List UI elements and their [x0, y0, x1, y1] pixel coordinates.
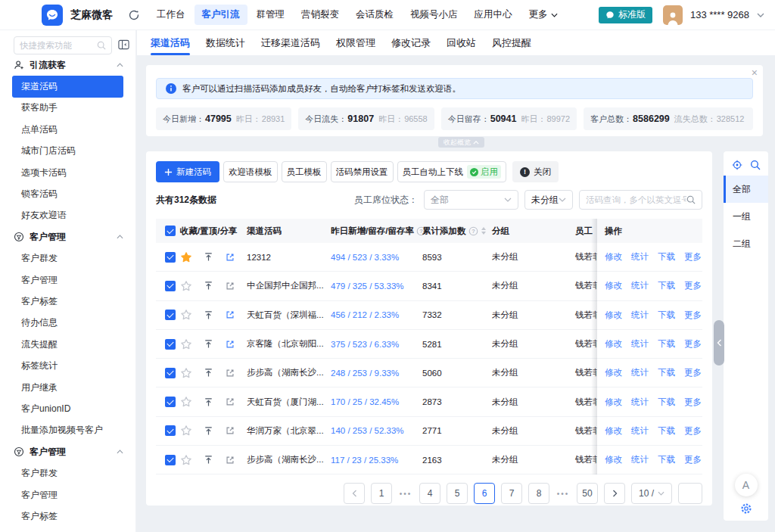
row-action-link[interactable]: 统计: [631, 338, 649, 350]
share-icon[interactable]: [225, 252, 235, 263]
share-icon[interactable]: [225, 310, 235, 320]
pin-top-icon[interactable]: [203, 454, 214, 465]
row-action-link[interactable]: 修改: [605, 310, 622, 321]
row-checkbox[interactable]: [165, 339, 176, 350]
topbar-nav-item[interactable]: 工作台: [149, 5, 193, 25]
row-action-link[interactable]: 下载: [658, 310, 675, 321]
stats-link[interactable]: 248 / 253 / 9.33%: [331, 369, 399, 378]
welcome-template-button[interactable]: 欢迎语模板: [223, 161, 278, 182]
row-action-link[interactable]: 更多: [684, 338, 702, 350]
account-chevron-down-icon[interactable]: [757, 13, 764, 17]
collapse-overview-pill[interactable]: 收起概览: [438, 137, 484, 148]
close-toggle-button[interactable]: ! 关闭: [512, 161, 559, 182]
star-icon[interactable]: [180, 425, 192, 437]
page-ellipsis[interactable]: •••: [556, 483, 571, 504]
row-action-link[interactable]: 统计: [631, 310, 649, 321]
share-icon[interactable]: [225, 455, 235, 465]
avatar[interactable]: [663, 5, 683, 25]
next-page-button[interactable]: [604, 483, 625, 504]
row-checkbox[interactable]: [165, 368, 176, 378]
topbar-nav-item[interactable]: 营销裂变: [294, 5, 347, 25]
page-button[interactable]: 50: [577, 483, 598, 504]
page-button[interactable]: 6: [474, 483, 495, 504]
star-icon[interactable]: [180, 396, 192, 408]
sidebar-item[interactable]: 城市门店活码: [12, 141, 123, 162]
tab[interactable]: 权限管理: [336, 30, 375, 55]
row-action-link[interactable]: 修改: [605, 251, 622, 263]
pin-top-icon[interactable]: [203, 338, 214, 350]
row-action-link[interactable]: 修改: [605, 338, 622, 350]
plan-badge[interactable]: 标准版: [599, 7, 652, 23]
sidebar-item[interactable]: 客户群发: [12, 248, 123, 269]
page-ellipsis[interactable]: •••: [398, 483, 413, 504]
tab[interactable]: 回收站: [447, 30, 476, 55]
star-icon[interactable]: [180, 309, 192, 321]
row-action-link[interactable]: 下载: [658, 280, 675, 291]
row-action-link[interactable]: 修改: [605, 280, 622, 291]
sidebar-search-input[interactable]: 快捷搜索功能: [14, 36, 112, 54]
row-action-link[interactable]: 修改: [605, 425, 622, 437]
stats-link[interactable]: 375 / 523 / 6.33%: [331, 340, 399, 349]
overview-close-icon[interactable]: ×: [752, 67, 758, 79]
row-action-link[interactable]: 下载: [658, 338, 675, 350]
sidebar-item[interactable]: 客户标签: [12, 291, 123, 312]
staff-template-button[interactable]: 员工模板: [282, 161, 327, 182]
auto-online-button[interactable]: 员工自动上下线 启用: [397, 161, 507, 182]
row-action-link[interactable]: 统计: [631, 454, 649, 465]
row-action-link[interactable]: 统计: [631, 251, 649, 263]
pin-top-icon[interactable]: [203, 251, 214, 263]
group-filter-select[interactable]: 未分组: [524, 190, 573, 210]
account-number[interactable]: 133 **** 9268: [690, 9, 749, 20]
stats-link[interactable]: 140 / 253 / 52.33%: [331, 426, 404, 435]
sidebar-item[interactable]: 批量添加视频号客户: [12, 420, 123, 441]
sidebar-item[interactable]: 标签统计: [12, 355, 123, 376]
sidebar-item[interactable]: 流失提醒: [12, 334, 123, 355]
tab[interactable]: 修改记录: [391, 30, 431, 55]
star-icon[interactable]: [180, 367, 192, 379]
row-action-link[interactable]: 修改: [605, 367, 622, 378]
row-action-link[interactable]: 统计: [631, 367, 649, 378]
share-icon[interactable]: [225, 339, 235, 350]
row-action-link[interactable]: 下载: [658, 454, 675, 465]
row-action-link[interactable]: 下载: [658, 425, 675, 437]
seat-status-select[interactable]: 全部: [424, 190, 518, 210]
sidebar-item[interactable]: 好友欢迎语: [12, 205, 123, 226]
locate-icon[interactable]: [732, 160, 742, 170]
row-action-link[interactable]: 更多: [684, 454, 702, 465]
stats-link[interactable]: 456 / 212 / 2.33%: [331, 310, 399, 319]
refresh-icon[interactable]: [128, 9, 140, 21]
sidebar-item[interactable]: 获客助手: [12, 98, 123, 119]
pin-top-icon[interactable]: [203, 280, 214, 291]
sidebar-item[interactable]: 待办信息: [12, 313, 123, 334]
pin-top-icon[interactable]: [203, 310, 214, 321]
sidebar-collapse-icon[interactable]: [118, 39, 129, 50]
group-tab[interactable]: 二组: [724, 230, 768, 257]
topbar-nav-item[interactable]: 会话质检: [348, 5, 401, 25]
page-button[interactable]: 4: [419, 483, 440, 504]
page-jump-input[interactable]: [678, 483, 702, 504]
row-checkbox[interactable]: [165, 281, 176, 291]
stats-link[interactable]: 494 / 523 / 3.33%: [331, 253, 399, 262]
row-action-link[interactable]: 更多: [684, 310, 702, 321]
row-action-link[interactable]: 更多: [684, 251, 702, 263]
page-button[interactable]: 8: [528, 483, 549, 504]
row-action-link[interactable]: 修改: [605, 397, 622, 408]
sidebar-section-header[interactable]: 引流获客: [0, 54, 135, 76]
tab[interactable]: 风控提醒: [492, 30, 531, 55]
new-qrcode-button[interactable]: 新建活码: [156, 161, 219, 182]
gear-icon[interactable]: [740, 502, 752, 515]
row-action-link[interactable]: 更多: [684, 397, 702, 408]
row-action-link[interactable]: 修改: [605, 454, 622, 465]
row-action-link[interactable]: 统计: [631, 280, 649, 291]
topbar-nav-item[interactable]: 视频号小店: [403, 5, 465, 25]
page-size-select[interactable]: 10 /: [631, 483, 672, 504]
topbar-nav-item[interactable]: 客户引流: [195, 5, 247, 25]
row-action-link[interactable]: 下载: [658, 251, 675, 263]
star-icon[interactable]: [180, 251, 192, 263]
sidebar-section-header[interactable]: 客户管理: [0, 226, 135, 247]
row-action-link[interactable]: 更多: [684, 280, 702, 291]
row-action-link[interactable]: 统计: [631, 397, 649, 408]
assistant-button[interactable]: A: [735, 474, 758, 496]
sidebar-item[interactable]: 用户继承: [12, 377, 123, 398]
pin-top-icon[interactable]: [203, 425, 214, 437]
